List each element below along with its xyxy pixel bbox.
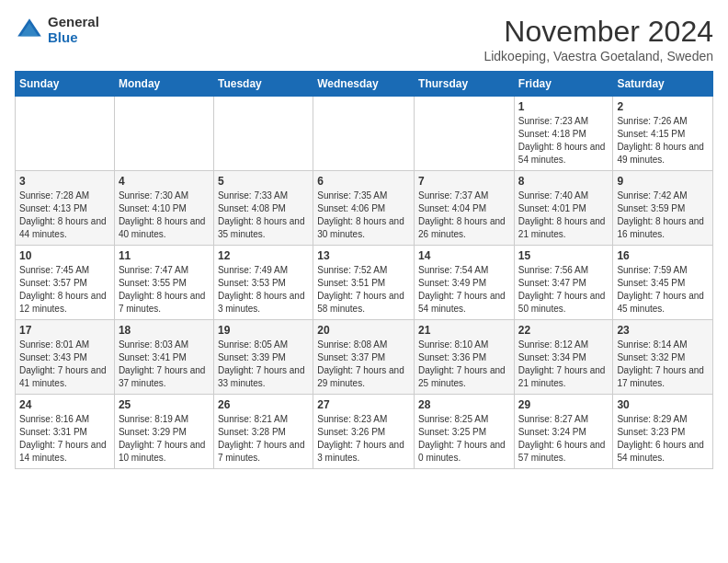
day-number: 30 <box>617 398 709 411</box>
calendar-cell: 1Sunrise: 7:23 AM Sunset: 4:18 PM Daylig… <box>514 97 613 171</box>
day-info: Sunrise: 7:35 AM Sunset: 4:06 PM Dayligh… <box>317 190 410 241</box>
day-info: Sunrise: 7:23 AM Sunset: 4:18 PM Dayligh… <box>518 115 609 167</box>
calendar-cell: 7Sunrise: 7:37 AM Sunset: 4:04 PM Daylig… <box>415 171 515 246</box>
day-number: 4 <box>119 175 210 188</box>
logo-text: General Blue <box>48 15 99 45</box>
day-number: 24 <box>19 398 110 411</box>
calendar-cell <box>16 97 115 171</box>
day-number: 8 <box>518 175 609 188</box>
day-number: 1 <box>518 100 609 113</box>
calendar-week-row: 17Sunrise: 8:01 AM Sunset: 3:43 PM Dayli… <box>16 320 713 395</box>
day-number: 18 <box>119 324 210 337</box>
logo-general-text: General <box>48 15 99 30</box>
calendar-cell <box>213 97 313 171</box>
calendar-cell: 3Sunrise: 7:28 AM Sunset: 4:13 PM Daylig… <box>16 171 115 246</box>
calendar-cell: 22Sunrise: 8:12 AM Sunset: 3:34 PM Dayli… <box>514 320 613 395</box>
day-info: Sunrise: 8:27 AM Sunset: 3:24 PM Dayligh… <box>518 413 609 465</box>
day-number: 14 <box>418 249 510 262</box>
calendar-cell: 2Sunrise: 7:26 AM Sunset: 4:15 PM Daylig… <box>613 97 713 171</box>
calendar-cell: 14Sunrise: 7:54 AM Sunset: 3:49 PM Dayli… <box>415 246 515 320</box>
calendar-week-row: 1Sunrise: 7:23 AM Sunset: 4:18 PM Daylig… <box>16 97 713 171</box>
day-number: 23 <box>617 324 709 337</box>
day-info: Sunrise: 8:10 AM Sunset: 3:36 PM Dayligh… <box>418 339 510 390</box>
calendar-cell: 11Sunrise: 7:47 AM Sunset: 3:55 PM Dayli… <box>114 246 213 320</box>
day-info: Sunrise: 8:03 AM Sunset: 3:41 PM Dayligh… <box>119 339 210 390</box>
calendar-cell <box>114 97 213 171</box>
day-info: Sunrise: 7:45 AM Sunset: 3:57 PM Dayligh… <box>19 264 110 316</box>
day-info: Sunrise: 7:56 AM Sunset: 3:47 PM Dayligh… <box>518 264 609 316</box>
title-block: November 2024 Lidkoeping, Vaestra Goetal… <box>483 15 713 63</box>
day-number: 28 <box>418 398 510 411</box>
day-number: 22 <box>518 324 609 337</box>
day-info: Sunrise: 7:30 AM Sunset: 4:10 PM Dayligh… <box>119 190 210 241</box>
day-number: 21 <box>418 324 510 337</box>
day-info: Sunrise: 7:47 AM Sunset: 3:55 PM Dayligh… <box>119 264 210 316</box>
day-info: Sunrise: 7:42 AM Sunset: 3:59 PM Dayligh… <box>617 190 709 241</box>
calendar-cell: 15Sunrise: 7:56 AM Sunset: 3:47 PM Dayli… <box>514 246 613 320</box>
day-info: Sunrise: 8:01 AM Sunset: 3:43 PM Dayligh… <box>19 339 110 390</box>
calendar-cell: 4Sunrise: 7:30 AM Sunset: 4:10 PM Daylig… <box>114 171 213 246</box>
location-title: Lidkoeping, Vaestra Goetaland, Sweden <box>483 49 713 63</box>
day-number: 12 <box>218 249 309 262</box>
calendar-cell: 20Sunrise: 8:08 AM Sunset: 3:37 PM Dayli… <box>313 320 415 395</box>
calendar-cell: 25Sunrise: 8:19 AM Sunset: 3:29 PM Dayli… <box>114 395 213 469</box>
calendar-cell: 24Sunrise: 8:16 AM Sunset: 3:31 PM Dayli… <box>16 395 115 469</box>
day-info: Sunrise: 8:12 AM Sunset: 3:34 PM Dayligh… <box>518 339 609 390</box>
calendar-cell: 21Sunrise: 8:10 AM Sunset: 3:36 PM Dayli… <box>415 320 515 395</box>
day-number: 27 <box>317 398 410 411</box>
calendar-week-row: 24Sunrise: 8:16 AM Sunset: 3:31 PM Dayli… <box>16 395 713 469</box>
day-info: Sunrise: 7:26 AM Sunset: 4:15 PM Dayligh… <box>617 115 709 167</box>
day-number: 15 <box>518 249 609 262</box>
day-number: 3 <box>19 175 110 188</box>
weekday-header: Monday <box>114 72 213 97</box>
day-info: Sunrise: 7:40 AM Sunset: 4:01 PM Dayligh… <box>518 190 609 241</box>
calendar-cell: 28Sunrise: 8:25 AM Sunset: 3:25 PM Dayli… <box>415 395 515 469</box>
calendar-week-row: 10Sunrise: 7:45 AM Sunset: 3:57 PM Dayli… <box>16 246 713 320</box>
calendar-cell: 8Sunrise: 7:40 AM Sunset: 4:01 PM Daylig… <box>514 171 613 246</box>
weekday-header: Sunday <box>16 72 115 97</box>
calendar-cell: 5Sunrise: 7:33 AM Sunset: 4:08 PM Daylig… <box>213 171 313 246</box>
day-number: 26 <box>218 398 309 411</box>
day-number: 25 <box>119 398 210 411</box>
calendar-cell: 10Sunrise: 7:45 AM Sunset: 3:57 PM Dayli… <box>16 246 115 320</box>
calendar-cell: 23Sunrise: 8:14 AM Sunset: 3:32 PM Dayli… <box>613 320 713 395</box>
logo: General Blue <box>15 15 99 45</box>
calendar-cell: 16Sunrise: 7:59 AM Sunset: 3:45 PM Dayli… <box>613 246 713 320</box>
calendar-cell: 13Sunrise: 7:52 AM Sunset: 3:51 PM Dayli… <box>313 246 415 320</box>
day-info: Sunrise: 8:21 AM Sunset: 3:28 PM Dayligh… <box>218 413 309 465</box>
day-info: Sunrise: 8:29 AM Sunset: 3:23 PM Dayligh… <box>617 413 709 465</box>
day-number: 11 <box>119 249 210 262</box>
day-number: 6 <box>317 175 410 188</box>
day-number: 2 <box>617 100 709 113</box>
day-info: Sunrise: 8:08 AM Sunset: 3:37 PM Dayligh… <box>317 339 410 390</box>
day-info: Sunrise: 8:25 AM Sunset: 3:25 PM Dayligh… <box>418 413 510 465</box>
calendar-cell: 9Sunrise: 7:42 AM Sunset: 3:59 PM Daylig… <box>613 171 713 246</box>
day-number: 9 <box>617 175 709 188</box>
day-number: 5 <box>218 175 309 188</box>
day-number: 17 <box>19 324 110 337</box>
day-number: 16 <box>617 249 709 262</box>
calendar-cell: 6Sunrise: 7:35 AM Sunset: 4:06 PM Daylig… <box>313 171 415 246</box>
day-number: 29 <box>518 398 609 411</box>
calendar-cell: 12Sunrise: 7:49 AM Sunset: 3:53 PM Dayli… <box>213 246 313 320</box>
weekday-header: Friday <box>514 72 613 97</box>
calendar-cell: 19Sunrise: 8:05 AM Sunset: 3:39 PM Dayli… <box>213 320 313 395</box>
day-info: Sunrise: 8:14 AM Sunset: 3:32 PM Dayligh… <box>617 339 709 390</box>
weekday-header: Wednesday <box>313 72 415 97</box>
day-info: Sunrise: 7:33 AM Sunset: 4:08 PM Dayligh… <box>218 190 309 241</box>
calendar-cell: 27Sunrise: 8:23 AM Sunset: 3:26 PM Dayli… <box>313 395 415 469</box>
calendar-cell: 17Sunrise: 8:01 AM Sunset: 3:43 PM Dayli… <box>16 320 115 395</box>
logo-icon <box>15 16 44 45</box>
weekday-header-row: SundayMondayTuesdayWednesdayThursdayFrid… <box>16 72 713 97</box>
page-header: General Blue November 2024 Lidkoeping, V… <box>15 15 713 63</box>
day-number: 20 <box>317 324 410 337</box>
calendar-week-row: 3Sunrise: 7:28 AM Sunset: 4:13 PM Daylig… <box>16 171 713 246</box>
calendar-cell: 26Sunrise: 8:21 AM Sunset: 3:28 PM Dayli… <box>213 395 313 469</box>
day-info: Sunrise: 7:59 AM Sunset: 3:45 PM Dayligh… <box>617 264 709 316</box>
calendar-cell <box>313 97 415 171</box>
calendar-cell: 30Sunrise: 8:29 AM Sunset: 3:23 PM Dayli… <box>613 395 713 469</box>
day-number: 10 <box>19 249 110 262</box>
day-info: Sunrise: 8:23 AM Sunset: 3:26 PM Dayligh… <box>317 413 410 465</box>
day-number: 19 <box>218 324 309 337</box>
day-info: Sunrise: 7:52 AM Sunset: 3:51 PM Dayligh… <box>317 264 410 316</box>
